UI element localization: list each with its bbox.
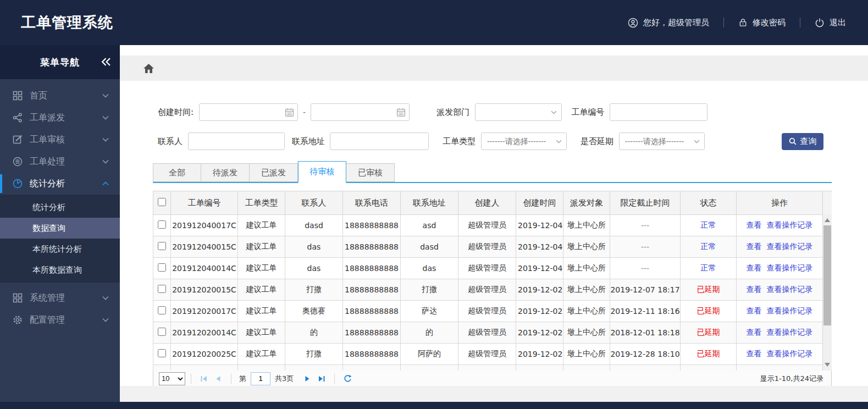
pagination-bar: 10 第 共3页 显示1-10,共24记录 [153, 371, 832, 387]
page-number-input[interactable] [251, 372, 270, 385]
topbar-right: 您好，超级管理员 修改密码 退出 [628, 18, 868, 28]
delay-field: -------请选择------- [619, 132, 705, 150]
divider [800, 18, 800, 27]
cell-deadline: 2019-12-28 18:10 [610, 344, 681, 365]
home-icon[interactable] [143, 63, 154, 74]
view-log-link[interactable]: 查看操作记录 [767, 306, 813, 315]
tab-reviewed[interactable]: 已审核 [346, 163, 395, 182]
user-greeting[interactable]: 您好，超级管理员 [628, 18, 709, 28]
submenu-item-local-statistics[interactable]: 本所统计分析 [0, 239, 120, 259]
row-checkbox[interactable] [158, 349, 166, 357]
page-size-select[interactable]: 10 [159, 372, 185, 385]
chevron-down-icon [102, 159, 109, 164]
sidebar: 菜单导航 首页 工单派发 [0, 45, 120, 402]
row-checkbox[interactable] [158, 263, 166, 272]
cell-creator: 超级管理员 [458, 236, 516, 258]
cell-deadline: 2019-12-07 18:17 [610, 279, 681, 301]
cell-status: 正常 [681, 258, 737, 279]
search-button[interactable]: 查询 [782, 133, 823, 150]
first-page-button[interactable] [200, 375, 208, 383]
view-log-link[interactable]: 查看操作记录 [767, 242, 813, 251]
lock-icon [738, 18, 748, 27]
sidebar-item-statistics[interactable]: 统计分析 [0, 173, 120, 195]
next-page-button[interactable] [303, 375, 311, 383]
row-checkbox[interactable] [158, 328, 166, 336]
sidebar-item-process[interactable]: 工单处理 [0, 151, 120, 173]
bottom-strip [120, 386, 868, 402]
cell-target: 墩上中心所 [563, 301, 610, 322]
create-time-to-input[interactable] [311, 103, 410, 121]
contact-input[interactable] [188, 132, 285, 150]
submenu-item-label: 本所统计分析 [32, 244, 82, 255]
cell-status: 已延期 [681, 301, 737, 322]
table-row: 201912020014C 建议工单 的 18888888888 的 超级管理员… [153, 322, 832, 344]
cell-contact: 奥德赛 [285, 301, 343, 322]
scrollbar-thumb[interactable] [823, 225, 831, 325]
view-link[interactable]: 查看 [747, 285, 762, 294]
delay-select[interactable]: -------请选择------- [619, 132, 705, 150]
row-checkbox[interactable] [158, 285, 166, 293]
search-button-label: 查询 [800, 136, 817, 147]
records-summary: 显示1-10,共24记录 [760, 374, 826, 384]
cell-status: 正常 [681, 236, 737, 258]
logout-button[interactable]: 退出 [815, 18, 846, 28]
last-page-button[interactable] [318, 375, 325, 383]
submenu-item-statistics[interactable]: 统计分析 [0, 197, 120, 218]
order-type-select[interactable]: -------请选择------- [481, 132, 567, 150]
submenu-item-label: 统计分析 [32, 202, 65, 213]
filter-row-2: 联系人 联系地址 工单类型 -------请选择------- 是否延期 ---… [120, 132, 868, 150]
view-log-link[interactable]: 查看操作记录 [767, 263, 813, 272]
app-title: 工单管理系统 [0, 13, 113, 32]
tab-dispatched[interactable]: 已派发 [250, 163, 298, 182]
col-actions: 操作 [737, 191, 823, 215]
order-no-input[interactable] [610, 103, 707, 121]
sidebar-item-home[interactable]: 首页 [0, 85, 120, 107]
view-link[interactable]: 查看 [747, 349, 762, 358]
page-prefix: 第 [239, 374, 246, 384]
row-checkbox[interactable] [158, 220, 166, 229]
row-checkbox[interactable] [158, 242, 166, 250]
submenu-item-data-query[interactable]: 数据查询 [0, 218, 120, 239]
row-checkbox[interactable] [158, 306, 166, 314]
view-log-link[interactable]: 查看操作记录 [767, 328, 813, 336]
cell-status: 已延期 [681, 279, 737, 301]
order-type-label: 工单类型 [443, 136, 476, 147]
cell-created: 2019-12-02 17 [516, 301, 563, 322]
view-link[interactable]: 查看 [747, 220, 762, 229]
view-log-link[interactable]: 查看操作记录 [767, 349, 813, 358]
scroll-down-arrow[interactable] [825, 363, 830, 367]
vertical-scrollbar[interactable] [822, 214, 832, 371]
create-time-from-input[interactable] [199, 103, 298, 121]
select-all-checkbox[interactable] [158, 198, 166, 206]
view-log-link[interactable]: 查看操作记录 [767, 220, 813, 229]
tab-all[interactable]: 全部 [153, 163, 201, 182]
cell-phone: 18888888888 [343, 215, 401, 236]
tab-to-review[interactable]: 待审核 [298, 161, 346, 183]
sidebar-collapse-icon[interactable] [101, 58, 110, 66]
prev-page-button[interactable] [214, 375, 222, 383]
create-time-to-field [311, 103, 410, 121]
sidebar-item-dispatch[interactable]: 工单派发 [0, 107, 120, 129]
view-link[interactable]: 查看 [747, 263, 762, 272]
col-target: 派发对象 [563, 191, 610, 215]
cell-order-type: 建议工单 [238, 322, 285, 344]
view-log-link[interactable]: 查看操作记录 [767, 285, 813, 294]
address-input[interactable] [330, 132, 429, 150]
view-link[interactable]: 查看 [747, 242, 762, 251]
change-password-button[interactable]: 修改密码 [738, 18, 786, 28]
divider [231, 374, 231, 384]
submenu-item-local-data-query[interactable]: 本所数据查询 [0, 259, 120, 280]
tab-to-dispatch[interactable]: 待派发 [201, 163, 250, 182]
sidebar-item-label: 工单派发 [30, 112, 65, 124]
cell-contact: das [285, 258, 343, 279]
sidebar-item-system[interactable]: 系统管理 [0, 287, 120, 309]
view-link[interactable]: 查看 [747, 306, 762, 315]
chevron-down-icon [102, 137, 109, 142]
sidebar-item-config[interactable]: 配置管理 [0, 309, 120, 331]
view-link[interactable]: 查看 [747, 328, 762, 336]
sidebar-item-review[interactable]: 工单审核 [0, 129, 120, 151]
cell-deadline: 2018-12-01 18:18 [610, 322, 681, 344]
scroll-up-arrow[interactable] [825, 218, 830, 222]
dispatch-dept-select[interactable] [475, 103, 562, 121]
refresh-icon[interactable] [344, 374, 352, 383]
